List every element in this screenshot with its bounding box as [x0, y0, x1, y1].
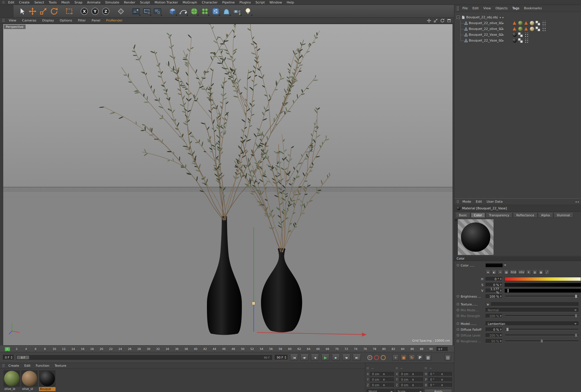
current-frame-field[interactable]: 0 F — [437, 347, 448, 351]
swatches-icon[interactable]: ▦ — [538, 270, 544, 274]
frame-slider[interactable]: 0 F90 F — [16, 355, 272, 360]
tag-uvw-icon[interactable] — [518, 38, 523, 43]
next-frame-button[interactable]: ▶ — [332, 354, 340, 361]
gradient-bar-value[interactable] — [505, 289, 581, 293]
tag-matgreen-icon[interactable] — [518, 21, 523, 25]
spectrum-icon[interactable]: ☼ — [498, 270, 503, 274]
slider-mix-strength[interactable] — [505, 315, 578, 317]
compact-toggle-icon[interactable]: ≡ — [485, 270, 491, 274]
material-name-label[interactable]: Bouque — [39, 387, 56, 391]
value-field[interactable]: 100 % — [486, 333, 503, 337]
y-axis-lock-button[interactable]: Y — [90, 6, 100, 16]
coords-field[interactable]: 0 cm — [399, 377, 423, 382]
object-row-bouquet-22-obj-obj[interactable]: −Bouquet_22_obj.obj — [454, 15, 581, 20]
add-light-button[interactable] — [243, 6, 253, 16]
move-tool-button[interactable] — [28, 6, 37, 16]
visibility-dots[interactable] — [499, 34, 504, 36]
coords-field[interactable]: 0 cm — [370, 372, 394, 376]
tab-illuminat[interactable]: Illuminat — [554, 213, 573, 218]
goto-start-button[interactable]: |◀ — [290, 354, 298, 361]
visibility-dots[interactable] — [499, 28, 504, 30]
tag-matblack-icon[interactable] — [512, 38, 517, 43]
viewport-toggle-button[interactable] — [446, 18, 452, 23]
tag-tri-icon[interactable] — [524, 27, 528, 31]
mini-scale-icon[interactable]: ▣ — [401, 354, 407, 361]
animate-dot-diffuse-falloff[interactable] — [457, 328, 459, 331]
coords-field[interactable]: 0 cm — [399, 383, 423, 387]
tag-tri-icon[interactable] — [512, 27, 517, 31]
color-wheel-icon[interactable]: ◐ — [491, 270, 497, 274]
om-menu-view[interactable]: View — [481, 6, 493, 10]
coords-space-dropdown[interactable]: World — [367, 389, 394, 392]
tag-tri-icon[interactable] — [512, 21, 517, 25]
tag-dots-icon[interactable] — [524, 38, 528, 43]
viewport-menu-panel[interactable]: Panel — [89, 19, 103, 22]
menu-select[interactable]: Select — [32, 1, 47, 4]
menu-create[interactable]: Create — [17, 1, 32, 4]
play-button[interactable]: ▶ — [321, 354, 329, 361]
value-field[interactable]: 0 % — [486, 283, 503, 287]
last-used-tool-button[interactable] — [64, 6, 74, 16]
tag-uvw-icon[interactable] — [536, 27, 540, 31]
value-field[interactable]: 100 % — [486, 314, 503, 318]
coordinate-system-toggle-button[interactable] — [116, 6, 126, 16]
add-cube-object-button[interactable] — [168, 6, 178, 16]
slider-handle[interactable] — [506, 328, 509, 331]
menu-snap[interactable]: Snap — [72, 1, 85, 4]
viewport-menu-prorender[interactable]: ProRender — [103, 19, 126, 22]
snap-grid-button[interactable]: ▦ — [425, 354, 431, 361]
tag-matblack-icon[interactable] — [512, 33, 517, 37]
mini-rotate-icon[interactable]: ↻ — [409, 354, 415, 361]
autokey-objects-button[interactable] — [381, 355, 386, 360]
gradient-bar-saturation[interactable] — [505, 283, 581, 287]
add-spline-pen-button[interactable] — [178, 6, 188, 16]
next-key-button[interactable]: •▶ — [342, 354, 350, 361]
value-field[interactable]: 0 ° — [486, 277, 503, 281]
object-row-bouquet-22-olive-02[interactable]: Bouquet_22_olive_02 — [454, 26, 581, 32]
coords-mode-dropdown[interactable]: Scale — [396, 389, 423, 392]
picture-icon[interactable]: ▨ — [504, 270, 509, 274]
menu-character[interactable]: Character — [199, 1, 220, 4]
menu-pipeline[interactable]: Pipeline — [220, 1, 237, 4]
tag-dots-icon[interactable] — [541, 27, 546, 31]
tag-tri-icon[interactable] — [524, 21, 528, 25]
viewport-pan-button[interactable] — [426, 18, 432, 23]
viewport-menu-display[interactable]: Display — [39, 19, 57, 22]
material-sphere-preview[interactable] — [39, 370, 56, 387]
material-menu-texture[interactable]: Texture — [52, 364, 69, 368]
material-menu-function[interactable]: Function — [33, 364, 52, 368]
menu-simulate[interactable]: Simulate — [103, 1, 122, 4]
coords-field[interactable]: 0 ° — [428, 372, 452, 376]
material-menu-grip[interactable] — [2, 364, 4, 368]
expand-collapse-toggle[interactable]: − — [457, 16, 460, 19]
toolbar-grip[interactable] — [0, 5, 13, 17]
viewport-zoom-button[interactable] — [433, 18, 438, 23]
dropdown-mix-mode[interactable]: Normal — [486, 308, 578, 312]
slider-handle[interactable] — [575, 314, 578, 318]
value-field[interactable]: 0 % — [486, 328, 503, 332]
slider-diffuse-falloff[interactable] — [505, 329, 578, 330]
object-row-bouquet-22-olive-01[interactable]: Bouquet_22_olive_01 — [454, 20, 581, 26]
material-sphere-preview[interactable] — [3, 370, 20, 387]
viewport-menu-view[interactable]: View — [6, 19, 19, 22]
viewport-menu-grip[interactable] — [2, 19, 4, 22]
material-sphere-preview[interactable] — [21, 370, 38, 387]
tab-basic[interactable]: Basic — [456, 213, 470, 218]
material-item-olive-le[interactable]: olive_le — [3, 370, 20, 391]
dropdown-model[interactable]: Lambertian — [486, 321, 578, 326]
autokey-button[interactable] — [374, 355, 379, 360]
render-region-button[interactable] — [142, 6, 152, 16]
material-name-label[interactable]: olive_st — [21, 387, 38, 391]
tag-dots-icon[interactable] — [524, 33, 528, 37]
history-back-button[interactable]: ◂ — [575, 200, 577, 203]
color-swatch[interactable] — [486, 263, 503, 267]
coords-field[interactable]: 0 cm — [370, 383, 394, 387]
menu-edit[interactable]: Edit — [6, 1, 17, 4]
menu-sculpt[interactable]: Sculpt — [137, 1, 152, 4]
hsv-mode-button[interactable]: HSV — [518, 270, 525, 274]
add-camera-button[interactable] — [232, 6, 242, 16]
menu-tools[interactable]: Tools — [47, 1, 59, 4]
tag-uvw-icon[interactable] — [518, 33, 523, 37]
preview-box[interactable] — [458, 219, 494, 255]
x-axis-lock-button[interactable]: X — [79, 6, 89, 16]
